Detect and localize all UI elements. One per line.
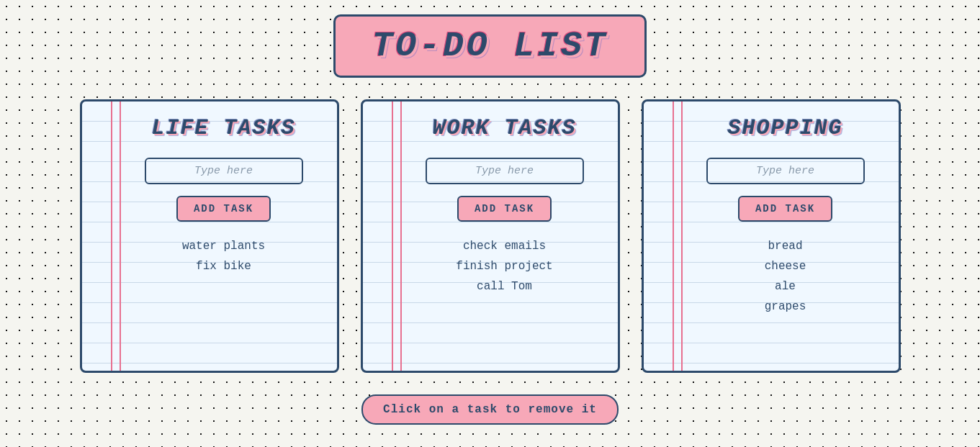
task-input-shopping[interactable] <box>706 158 865 184</box>
add-task-button-shopping[interactable]: ADD TASK <box>738 196 832 222</box>
task-input-work[interactable] <box>426 158 584 184</box>
list-item[interactable]: check emails <box>406 236 603 256</box>
task-input-life[interactable] <box>145 158 303 184</box>
task-list-work: check emailsfinish projectcall Tom <box>406 236 603 297</box>
notebook-content-life: LIFE TASKSADD TASKwater plantsfix bike <box>125 116 323 276</box>
list-item[interactable]: grapes <box>687 297 884 317</box>
add-task-button-life[interactable]: ADD TASK <box>176 196 271 222</box>
hint-box: Click on a task to remove it <box>361 394 619 425</box>
list-item[interactable]: bread <box>687 236 884 256</box>
hint-text: Click on a task to remove it <box>383 403 597 416</box>
col-heading-shopping: SHOPPING <box>727 116 842 140</box>
title-box: TO-DO LIST <box>333 14 646 78</box>
margin-line <box>120 101 121 371</box>
task-list-shopping: breadcheesealegrapes <box>687 236 884 317</box>
notebook-content-shopping: SHOPPINGADD TASKbreadcheesealegrapes <box>687 116 884 317</box>
list-item[interactable]: call Tom <box>406 276 603 297</box>
list-item[interactable]: cheese <box>687 256 884 276</box>
margin-line <box>681 101 683 371</box>
app-title: TO-DO LIST <box>372 27 608 66</box>
list-item[interactable]: water plants <box>125 236 323 256</box>
notebook-shopping: SHOPPINGADD TASKbreadcheesealegrapes <box>642 99 901 373</box>
col-heading-life: LIFE TASKS <box>151 116 295 140</box>
notebook-life: LIFE TASKSADD TASKwater plantsfix bike <box>80 99 339 373</box>
task-list-life: water plantsfix bike <box>125 236 323 276</box>
columns-container: LIFE TASKSADD TASKwater plantsfix bikeWO… <box>29 99 951 373</box>
margin-line <box>400 101 402 371</box>
col-heading-work: WORK TASKS <box>432 116 576 140</box>
notebook-content-work: WORK TASKSADD TASKcheck emailsfinish pro… <box>406 116 603 297</box>
notebook-work: WORK TASKSADD TASKcheck emailsfinish pro… <box>361 99 620 373</box>
list-item[interactable]: fix bike <box>125 256 323 276</box>
add-task-button-work[interactable]: ADD TASK <box>457 196 552 222</box>
list-item[interactable]: finish project <box>406 256 603 276</box>
list-item[interactable]: ale <box>687 276 884 297</box>
